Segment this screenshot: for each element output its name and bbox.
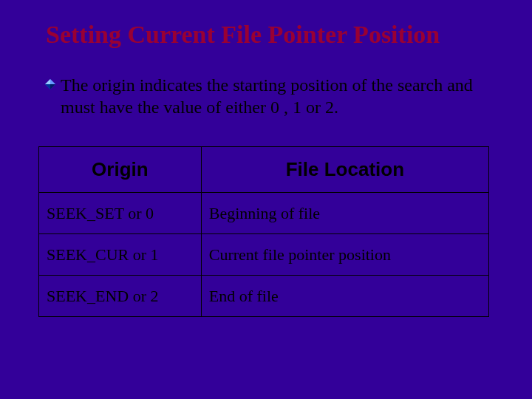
header-origin: Origin	[39, 147, 202, 193]
table-row: SEEK_END or 2 End of file	[39, 276, 489, 317]
cell-location: Current file pointer position	[201, 234, 488, 276]
svg-marker-3	[45, 84, 50, 89]
cell-origin: SEEK_CUR or 1	[39, 234, 202, 276]
bullet-text: The origin indicates the starting positi…	[61, 74, 495, 118]
svg-marker-1	[50, 79, 55, 84]
diamond-bullet-icon	[44, 78, 56, 90]
cell-origin: SEEK_END or 2	[39, 276, 202, 317]
cell-location: End of file	[201, 276, 488, 317]
svg-marker-4	[50, 84, 55, 89]
cell-origin: SEEK_SET or 0	[39, 193, 202, 234]
table-row: SEEK_SET or 0 Beginning of file	[39, 193, 489, 234]
table-row: SEEK_CUR or 1 Current file pointer posit…	[39, 234, 489, 276]
slide: Setting Current File Pointer Position Th…	[0, 0, 532, 399]
header-location: File Location	[201, 147, 488, 193]
cell-location: Beginning of file	[201, 193, 488, 234]
seek-table: Origin File Location SEEK_SET or 0 Begin…	[38, 146, 489, 317]
bullet-item: The origin indicates the starting positi…	[37, 74, 495, 118]
table-header-row: Origin File Location	[39, 147, 489, 193]
svg-marker-2	[45, 79, 50, 84]
slide-title: Setting Current File Pointer Position	[46, 21, 495, 49]
